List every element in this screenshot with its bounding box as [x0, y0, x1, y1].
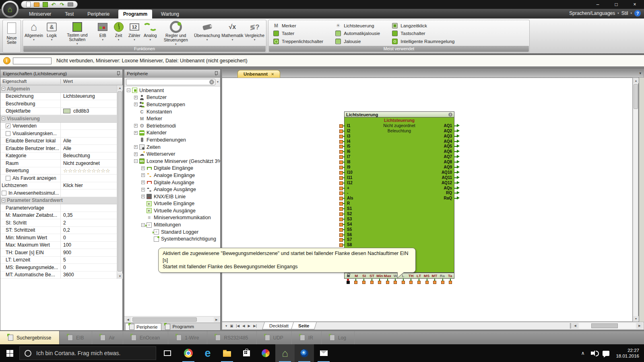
dock-tab[interactable]: Log [322, 331, 355, 344]
pin-icon[interactable] [116, 71, 120, 76]
block-input-pin[interactable]: S5 [345, 227, 393, 232]
block-input-pin[interactable]: I1 [345, 123, 393, 128]
task-view-button[interactable] [158, 344, 177, 362]
block-input-pin[interactable]: S2 [345, 211, 393, 216]
tree-item[interactable]: + Digitale Eingänge [124, 165, 220, 172]
block-parameter-connector[interactable] [368, 279, 376, 284]
dock-tab[interactable]: Suchergebnisse [0, 331, 60, 344]
property-row[interactable]: Als Favorit anzeigen [0, 175, 117, 182]
property-row[interactable]: TH: Dauer [s] EIN 900 [0, 249, 117, 257]
scroll-up-icon[interactable]: ▲ [117, 85, 123, 90]
block-output-pin[interactable]: AQs [406, 185, 454, 191]
block-input-pin[interactable]: + [345, 185, 393, 191]
property-row[interactable]: MS: Bewegungsmelde... 0 [0, 264, 117, 272]
tree-expand-icon[interactable]: − [141, 223, 145, 227]
canvas-vscrollbar[interactable]: ▲ ▼ [633, 78, 638, 322]
tree-item[interactable]: C Konstanten [124, 108, 220, 115]
block-parameter[interactable] [345, 273, 352, 278]
pin-icon[interactable] [214, 71, 218, 76]
maximize-button[interactable]: □ [607, 0, 625, 9]
property-row[interactable]: Erlaubte Benutzer lokal Alle [0, 138, 117, 145]
page-tab[interactable]: Deckblatt [262, 322, 296, 329]
block-parameter-connector[interactable] [399, 279, 407, 284]
block-parameter[interactable]: M [352, 273, 360, 278]
tree-search-input[interactable]: × [126, 79, 215, 85]
block-input-pin[interactable]: - [345, 190, 393, 195]
column-header-value[interactable]: Wert [61, 79, 122, 84]
block-input-pin[interactable]: S8 [345, 242, 393, 247]
tree-item[interactable]: + ⚙ Betriebsmodi [124, 122, 220, 130]
tray-expand-icon[interactable]: ∧ [581, 350, 585, 356]
panel-tab[interactable]: Peripherie [125, 323, 161, 330]
page-nav-button[interactable]: ▾ [225, 324, 227, 328]
block-input-pin[interactable]: I6 [345, 149, 393, 154]
block-input-pin[interactable]: I10 [345, 170, 393, 175]
block-output-pin[interactable]: AQ6 [406, 149, 454, 154]
tree-item[interactable]: M Merker [124, 115, 220, 122]
most-used-item[interactable]: M Merker [273, 23, 323, 29]
document-tab[interactable]: Unbenannt × [237, 70, 280, 78]
splitter[interactable] [570, 323, 571, 329]
property-row[interactable]: − Parameter Standardwert [0, 197, 117, 205]
tab-list-dropdown-icon[interactable]: ▾ [639, 71, 641, 75]
block-parameter-connector[interactable] [352, 279, 360, 284]
scroll-up-icon[interactable]: ▲ [633, 78, 639, 83]
block-input-pin[interactable]: I8 [345, 159, 393, 165]
tree-expand-icon[interactable]: + [134, 145, 138, 149]
block-output-pin[interactable]: RaQ [406, 195, 454, 201]
taskbar-mail[interactable] [314, 344, 333, 362]
dock-tab[interactable]: Air [92, 331, 123, 344]
property-row[interactable]: Bewertung ☆☆☆☆☆☆☆☆☆☆ [0, 167, 117, 175]
tree-expand-icon[interactable]: + [141, 181, 145, 184]
tree-item[interactable]: + Analoge Ausgänge [124, 186, 220, 193]
property-row[interactable]: Raum Nicht zugeordnet [0, 160, 117, 167]
property-row[interactable]: Objektfarbe c8d8b3 [0, 108, 117, 115]
block-input-pin[interactable]: I12 [345, 180, 393, 185]
tree-hscrollbar[interactable]: ◀ ▶ [124, 316, 220, 323]
tree-item[interactable]: + Kalender [124, 130, 220, 137]
block-output-pin[interactable]: AQ8 [406, 159, 454, 165]
block-input-pin[interactable]: I2 [345, 128, 393, 134]
tree-expand-icon[interactable]: + [134, 103, 138, 106]
block-input-pin[interactable]: S3 [345, 216, 393, 222]
property-row[interactable]: ST: Schrittzeit 0,2 [0, 227, 117, 234]
most-used-item[interactable]: Langzeitklick [392, 23, 454, 29]
block-output-pin[interactable]: AQ12 [406, 180, 454, 185]
tree-item[interactable]: + Analoge Eingänge [124, 172, 220, 179]
property-row[interactable]: Min: Minimum Wert 0 [0, 234, 117, 242]
property-row[interactable]: Beschreibung [0, 100, 117, 108]
scroll-right-icon[interactable]: ▶ [214, 317, 219, 322]
checkbox[interactable] [6, 131, 10, 136]
block-parameter-connector[interactable] [344, 279, 352, 284]
most-used-item[interactable]: ☀ Lichtsteuerung [335, 23, 380, 29]
block-output-pin[interactable]: RQ [406, 190, 454, 195]
taskbar-photos[interactable] [256, 344, 275, 362]
block-input-pin[interactable]: S1 [345, 206, 393, 211]
dock-tab[interactable]: IR [292, 331, 322, 344]
tree-item[interactable]: + Benutzergruppen [124, 101, 220, 108]
redo-icon[interactable] [59, 2, 65, 7]
status-input[interactable] [13, 58, 52, 64]
block-parameter[interactable]: MT [431, 273, 438, 278]
block-input-pin[interactable]: I7 [345, 154, 393, 159]
collapse-icon[interactable]: − [2, 117, 5, 120]
minimize-button[interactable]: – [588, 0, 607, 9]
block-parameter[interactable]: Min [376, 273, 384, 278]
tree-expand-icon[interactable]: + [134, 152, 138, 156]
ribbon-function-button[interactable]: Zähler ▾ [127, 21, 142, 45]
home-button[interactable]: ⌂ [1, 0, 19, 18]
most-used-item[interactable]: Jalousie [335, 39, 380, 44]
block-parameter-connector[interactable] [423, 279, 431, 284]
block-parameter[interactable]: Max [384, 273, 391, 278]
print-icon[interactable] [68, 2, 73, 7]
ribbon-function-button[interactable]: Analog ▾ [143, 21, 157, 45]
menu-tab[interactable]: Peripherie [83, 10, 114, 19]
property-row[interactable]: Visualisierungsken... [0, 130, 117, 138]
block-parameter-connector[interactable] [391, 279, 399, 284]
block-input-pin[interactable]: I11 [345, 175, 393, 180]
new-page-button[interactable]: Neue Seite [3, 22, 21, 45]
tree-expand-icon[interactable]: + [141, 167, 145, 170]
property-row[interactable]: Parametervorlage [0, 204, 117, 212]
properties-scrollbar[interactable]: ▲ ▼ [117, 85, 122, 279]
block-parameter-connector[interactable] [431, 279, 439, 284]
